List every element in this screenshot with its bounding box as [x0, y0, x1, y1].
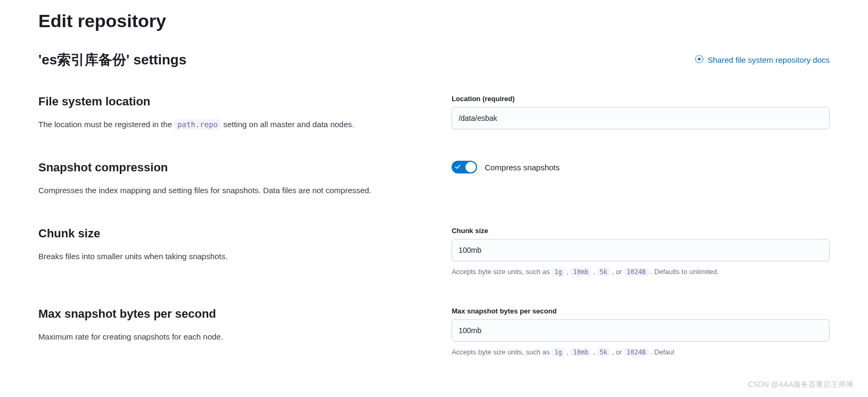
help-chunk-pre: Accepts byte size units, such as — [452, 268, 552, 276]
section-compression: Snapshot compression Compresses the inde… — [38, 161, 830, 197]
input-max-bytes[interactable] — [452, 319, 830, 342]
help-chunk-size: Accepts byte size units, such as 1g , 10… — [452, 267, 830, 277]
code-10mb-b: 10mb — [570, 348, 591, 357]
switch-label-compression: Compress snapshots — [485, 163, 560, 172]
section-max-snapshot-bytes: Max snapshot bytes per second Maximum ra… — [38, 307, 830, 358]
compress-snapshots-switch[interactable] — [452, 161, 477, 173]
code-1g-b: 1g — [552, 348, 564, 357]
desc-max-bytes: Maximum rate for creating snapshots for … — [38, 330, 426, 343]
settings-header: 'es索引库备份' settings Shared file system re… — [38, 51, 830, 69]
input-chunk-size[interactable] — [452, 239, 830, 261]
input-location[interactable] — [452, 107, 830, 129]
settings-title: 'es索引库备份' settings — [38, 51, 186, 69]
label-chunk-size: Chunk size — [452, 227, 830, 235]
section-chunk-size: Chunk size Breaks files into smaller uni… — [38, 227, 830, 277]
desc-compression: Compresses the index mapping and setting… — [38, 184, 426, 197]
label-location: Location (required) — [452, 95, 830, 103]
help-chunk-post: . Defaults to unlimited. — [650, 268, 719, 276]
help-max-bytes: Accepts byte size units, such as 1g , 10… — [452, 347, 830, 358]
label-max-bytes: Max snapshot bytes per second — [452, 307, 830, 315]
sep-bor: , or — [612, 348, 624, 356]
desc-location-post: setting on all master and data nodes. — [223, 120, 354, 129]
docs-link[interactable]: Shared file system repository docs — [695, 55, 830, 65]
desc-location-pre: The location must be registered in the — [38, 120, 174, 129]
svg-point-1 — [698, 58, 700, 61]
code-path-repo: path.repo — [174, 119, 221, 130]
sep-or: , or — [612, 268, 624, 276]
switch-row-compression: Compress snapshots — [452, 161, 830, 173]
code-5k-b: 5k — [597, 348, 610, 357]
section-location: File system location The location must b… — [38, 95, 830, 131]
check-icon — [455, 164, 461, 171]
code-1024b-b: 1024B — [624, 348, 649, 357]
heading-max-bytes: Max snapshot bytes per second — [38, 307, 426, 321]
docs-link-text: Shared file system repository docs — [708, 55, 830, 64]
heading-compression: Snapshot compression — [38, 161, 426, 175]
sep-2: , — [593, 268, 597, 276]
switch-knob — [465, 162, 476, 172]
page-title: Edit repository — [38, 11, 830, 31]
code-10mb: 10mb — [570, 268, 591, 276]
code-1g: 1g — [552, 268, 564, 276]
sep-b2: , — [593, 348, 597, 356]
heading-location: File system location — [38, 95, 426, 109]
code-5k: 5k — [597, 268, 610, 276]
help-max-post: . Defaul — [650, 348, 674, 356]
desc-chunk-size: Breaks files into smaller units when tak… — [38, 250, 426, 263]
help-max-pre: Accepts byte size units, such as — [452, 348, 552, 356]
desc-location: The location must be registered in the p… — [38, 118, 426, 131]
heading-chunk-size: Chunk size — [38, 227, 426, 241]
code-1024b: 1024B — [624, 268, 649, 276]
help-icon — [695, 55, 703, 65]
